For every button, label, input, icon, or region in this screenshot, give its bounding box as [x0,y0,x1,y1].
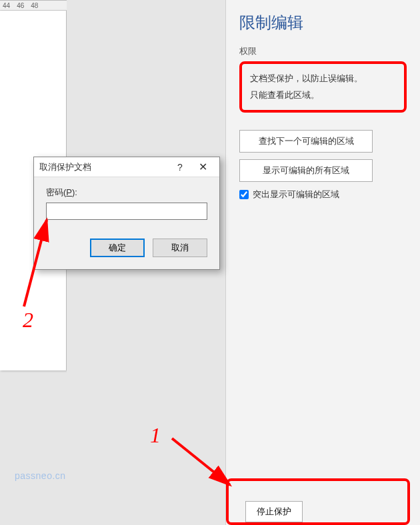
unprotect-document-dialog: 取消保护文档 ? ✕ 密码(P): 确定 取消 [33,157,220,270]
show-all-editable-button[interactable]: 显示可编辑的所有区域 [239,159,373,182]
cancel-button[interactable]: 取消 [153,239,207,257]
highlight-editable-checkbox-row[interactable]: 突出显示可编辑的区域 [239,189,407,201]
section-label-permissions: 权限 [239,45,407,57]
stop-protection-button[interactable]: 停止保护 [245,501,303,522]
help-icon[interactable]: ? [169,157,191,177]
watermark: passneo.cn [15,470,66,481]
password-input[interactable] [46,203,207,220]
ok-button[interactable]: 确定 [90,239,145,257]
ruler-mark-48: 48 [31,2,38,9]
protection-info-box: 文档受保护，以防止误编辑。 只能查看此区域。 [239,61,407,113]
highlight-editable-label: 突出显示可编辑的区域 [253,189,339,201]
dialog-title: 取消保护文档 [39,161,169,173]
highlight-editable-checkbox[interactable] [239,190,249,199]
ruler-mark-46: 46 [17,2,24,9]
info-line2: 只能查看此区域。 [250,87,396,104]
dialog-buttons: 确定 取消 [46,239,207,257]
dialog-body: 密码(P): 确定 取消 [34,177,219,269]
ruler: 44 46 48 [0,0,67,11]
close-icon[interactable]: ✕ [191,157,214,177]
pane-title: 限制编辑 [239,12,407,33]
password-label: 密码(P): [46,187,207,199]
annotation-number-2: 2 [23,308,33,332]
info-line1: 文档受保护，以防止误编辑。 [250,71,396,87]
dialog-titlebar[interactable]: 取消保护文档 ? ✕ [34,157,219,177]
find-next-editable-button[interactable]: 查找下一个可编辑的区域 [239,130,373,153]
annotation-number-1: 1 [150,423,161,448]
ruler-mark-44: 44 [3,2,10,9]
restrict-editing-pane: 限制编辑 权限 文档受保护，以防止误编辑。 只能查看此区域。 查找下一个可编辑的… [225,0,420,525]
